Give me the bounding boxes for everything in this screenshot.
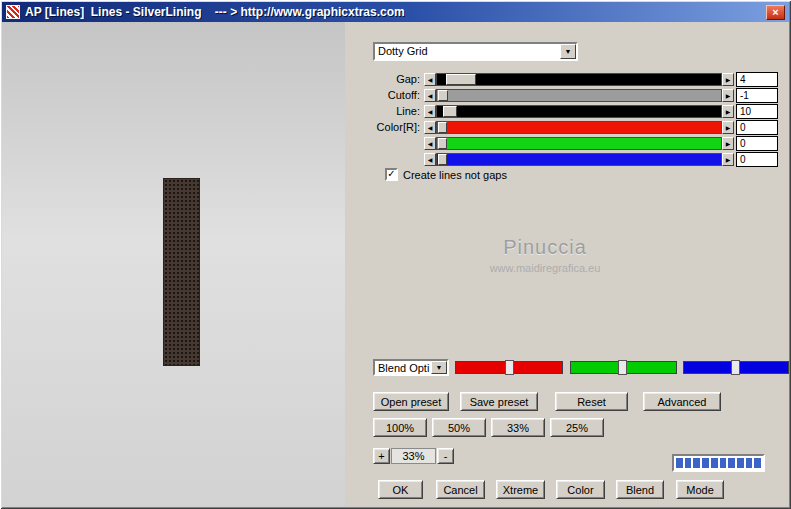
zoom-33-button[interactable]: 33% bbox=[491, 418, 545, 437]
blend-green-thumb[interactable] bbox=[618, 360, 627, 375]
line-slider-thumb[interactable] bbox=[443, 106, 457, 117]
preview-line-shape bbox=[163, 178, 200, 366]
color-g-value-field[interactable]: 0 bbox=[736, 136, 778, 151]
mode-button[interactable]: Mode bbox=[676, 480, 724, 499]
effect-preset-value: Dotty Grid bbox=[375, 44, 560, 59]
slider-right-arrow-icon[interactable]: ▶ bbox=[722, 153, 734, 166]
gap-value-field[interactable]: 4 bbox=[736, 72, 778, 87]
progress-segment bbox=[720, 458, 727, 468]
blend-blue-slider[interactable] bbox=[683, 361, 789, 374]
blend-red-slider[interactable] bbox=[455, 361, 563, 374]
gap-slider-track[interactable] bbox=[436, 73, 722, 86]
color-r-slider-thumb[interactable] bbox=[438, 122, 447, 133]
color-r-label: Color[R]: bbox=[345, 121, 420, 134]
line-slider-track[interactable] bbox=[436, 105, 722, 118]
line-label: Line: bbox=[345, 105, 420, 118]
window-title: AP [Lines] Lines - SilverLining --- > ht… bbox=[25, 5, 405, 19]
color-g-slider-track[interactable] bbox=[436, 137, 722, 150]
color-b-slider-track[interactable] bbox=[436, 153, 722, 166]
slider-right-arrow-icon[interactable]: ▶ bbox=[722, 121, 734, 134]
ok-button[interactable]: OK bbox=[378, 480, 423, 499]
slider-right-arrow-icon[interactable]: ▶ bbox=[722, 105, 734, 118]
dropdown-arrow-icon[interactable]: ▼ bbox=[431, 361, 447, 374]
slider-left-arrow-icon[interactable]: ◀ bbox=[424, 137, 436, 150]
color-g-slider-thumb[interactable] bbox=[438, 138, 447, 149]
effect-preset-dropdown[interactable]: Dotty Grid ▼ bbox=[373, 42, 578, 61]
create-lines-label: Create lines not gaps bbox=[403, 169, 507, 181]
cutoff-slider-track[interactable] bbox=[436, 89, 722, 102]
slider-row-cutoff: Cutoff: ◀ ▶ -1 bbox=[345, 89, 789, 102]
watermark-name: Pinuccia bbox=[405, 236, 685, 259]
check-icon: ✓ bbox=[387, 168, 395, 179]
blend-options-value: Blend Opti bbox=[375, 361, 431, 374]
cutoff-value-field[interactable]: -1 bbox=[736, 88, 778, 103]
blend-button[interactable]: Blend bbox=[616, 480, 664, 499]
color-r-value-field[interactable]: 0 bbox=[736, 120, 778, 135]
line-slider[interactable]: ◀ ▶ bbox=[424, 105, 734, 118]
watermark: Pinuccia www.maidiregrafica.eu bbox=[405, 236, 685, 274]
create-lines-row: ✓ Create lines not gaps bbox=[385, 168, 507, 181]
color-b-slider-thumb[interactable] bbox=[438, 154, 447, 165]
color-g-slider[interactable]: ◀ ▶ bbox=[424, 137, 734, 150]
title-bar[interactable]: AP [Lines] Lines - SilverLining --- > ht… bbox=[2, 2, 789, 22]
plugin-window: AP [Lines] Lines - SilverLining --- > ht… bbox=[0, 0, 791, 509]
slider-left-arrow-icon[interactable]: ◀ bbox=[424, 89, 436, 102]
advanced-button[interactable]: Advanced bbox=[643, 392, 721, 411]
zoom-level-value: 33% bbox=[391, 448, 436, 464]
color-r-slider[interactable]: ◀ ▶ bbox=[424, 121, 734, 134]
slider-left-arrow-icon[interactable]: ◀ bbox=[424, 73, 436, 86]
preview-area[interactable] bbox=[2, 22, 345, 507]
line-value-field[interactable]: 10 bbox=[736, 104, 778, 119]
progress-segment bbox=[746, 458, 753, 468]
reset-button[interactable]: Reset bbox=[555, 392, 628, 411]
slider-left-arrow-icon[interactable]: ◀ bbox=[424, 105, 436, 118]
slider-left-arrow-icon[interactable]: ◀ bbox=[424, 121, 436, 134]
slider-row-color-b: ◀ ▶ 0 bbox=[345, 153, 789, 166]
gap-slider[interactable]: ◀ ▶ bbox=[424, 73, 734, 86]
close-icon: × bbox=[772, 6, 778, 18]
blend-blue-thumb[interactable] bbox=[731, 360, 740, 375]
watermark-url: www.maidiregrafica.eu bbox=[405, 262, 685, 274]
gap-slider-thumb[interactable] bbox=[446, 74, 476, 85]
progress-segment bbox=[676, 458, 683, 468]
slider-row-gap: Gap: ◀ ▶ 4 bbox=[345, 73, 789, 86]
zoom-25-button[interactable]: 25% bbox=[550, 418, 604, 437]
color-button[interactable]: Color bbox=[556, 480, 605, 499]
progress-segment bbox=[754, 458, 761, 468]
gap-label: Gap: bbox=[345, 73, 420, 86]
cutoff-slider-thumb[interactable] bbox=[438, 90, 448, 101]
save-preset-button[interactable]: Save preset bbox=[460, 392, 538, 411]
color-b-slider[interactable]: ◀ ▶ bbox=[424, 153, 734, 166]
cancel-button[interactable]: Cancel bbox=[436, 480, 485, 499]
xtreme-button[interactable]: Xtreme bbox=[496, 480, 545, 499]
slider-right-arrow-icon[interactable]: ▶ bbox=[722, 73, 734, 86]
progress-bar bbox=[672, 454, 765, 472]
progress-segment bbox=[702, 458, 709, 468]
blend-green-slider[interactable] bbox=[570, 361, 677, 374]
progress-segment bbox=[728, 458, 735, 468]
zoom-100-button[interactable]: 100% bbox=[373, 418, 427, 437]
dropdown-arrow-icon[interactable]: ▼ bbox=[560, 44, 576, 59]
blend-options-dropdown[interactable]: Blend Opti ▼ bbox=[373, 359, 449, 376]
slider-right-arrow-icon[interactable]: ▶ bbox=[722, 137, 734, 150]
cutoff-slider[interactable]: ◀ ▶ bbox=[424, 89, 734, 102]
zoom-out-button[interactable]: - bbox=[437, 448, 454, 464]
progress-segment bbox=[737, 458, 744, 468]
app-icon bbox=[6, 5, 20, 19]
color-r-slider-track[interactable] bbox=[436, 121, 722, 134]
control-panel: Dotty Grid ▼ Gap: ◀ ▶ 4 Cutoff: ◀ ▶ -1 L… bbox=[345, 22, 789, 507]
create-lines-checkbox[interactable]: ✓ bbox=[385, 168, 398, 181]
blend-red-thumb[interactable] bbox=[505, 360, 514, 375]
zoom-in-button[interactable]: + bbox=[373, 448, 390, 464]
zoom-50-button[interactable]: 50% bbox=[432, 418, 486, 437]
cutoff-label: Cutoff: bbox=[345, 89, 420, 102]
slider-left-arrow-icon[interactable]: ◀ bbox=[424, 153, 436, 166]
slider-right-arrow-icon[interactable]: ▶ bbox=[722, 89, 734, 102]
close-button[interactable]: × bbox=[766, 5, 785, 20]
progress-segment bbox=[711, 458, 718, 468]
slider-row-line: Line: ◀ ▶ 10 bbox=[345, 105, 789, 118]
color-b-value-field[interactable]: 0 bbox=[736, 152, 778, 167]
progress-segment bbox=[685, 458, 692, 468]
open-preset-button[interactable]: Open preset bbox=[373, 392, 449, 411]
progress-segment bbox=[693, 458, 700, 468]
